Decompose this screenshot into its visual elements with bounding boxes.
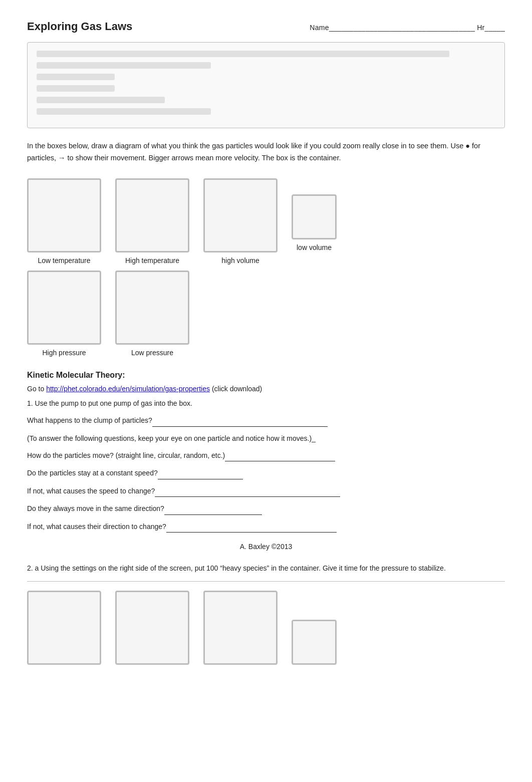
question-1a: What happens to the clump of particles? — [27, 415, 505, 426]
diagram-box-low-temp — [27, 178, 101, 252]
question-1f: Do they always move in the same directio… — [27, 503, 505, 514]
question-1d: Do the particles stay at a constant spee… — [27, 467, 505, 479]
box-item-high-vol: high volume — [203, 178, 278, 265]
diagram-box-high-vol — [203, 178, 278, 252]
box-label-low-pressure: Low pressure — [131, 349, 173, 357]
box-item-high-pressure: High pressure — [27, 271, 101, 357]
box-item-high-temp: High temperature — [115, 178, 189, 265]
bottom-diagram-box-3 — [203, 591, 278, 665]
box-item-low-temp: Low temperature — [27, 178, 101, 265]
copyright-text: A. Baxley ©2013 — [27, 543, 505, 551]
bottom-diagram-box-1 — [27, 591, 101, 665]
box-item-low-pressure: Low pressure — [115, 271, 189, 357]
kinetic-section-title: Kinetic Molecular Theory: — [27, 371, 505, 380]
diagram-boxes-row2: High pressure Low pressure — [27, 271, 505, 357]
blurred-line — [37, 97, 165, 103]
box-label-high-temp: High temperature — [125, 256, 179, 265]
bottom-box-4 — [292, 620, 337, 665]
bottom-diagram-box-2 — [115, 591, 189, 665]
answer-blank-1a — [152, 415, 328, 426]
answer-blank-1g — [166, 521, 337, 533]
bottom-box-2 — [115, 591, 189, 665]
box-label-high-vol: high volume — [221, 256, 259, 265]
question-1g: If not, what causes their direction to c… — [27, 521, 505, 533]
page-header: Exploring Gas Laws Name_________________… — [27, 20, 505, 33]
bottom-box-3 — [203, 591, 278, 665]
phet-link[interactable]: http://phet.colorado.edu/en/simulation/g… — [46, 385, 210, 393]
hr-label: Hr — [477, 24, 484, 32]
blurred-line — [37, 85, 115, 92]
go-to-line: Go to http://phet.colorado.edu/en/simula… — [27, 385, 505, 393]
diagram-boxes-row1: Low temperature High temperature high vo… — [27, 178, 505, 265]
question-1b: (To answer the following questions, keep… — [27, 433, 505, 444]
diagram-box-high-temp — [115, 178, 189, 252]
bottom-diagram-box-4 — [292, 620, 337, 665]
bottom-box-1 — [27, 591, 101, 665]
page-title: Exploring Gas Laws — [27, 20, 132, 33]
section2-text: 2. a Using the settings on the right sid… — [27, 563, 505, 574]
answer-blank-1f — [164, 503, 262, 514]
instructions-text: In the boxes below, draw a diagram of wh… — [27, 140, 505, 164]
box-label-low-temp: Low temperature — [38, 256, 90, 265]
question-1e: If not, what causes the speed to change? — [27, 485, 505, 497]
blurred-line — [37, 62, 211, 69]
blurred-line — [37, 108, 211, 115]
name-label: Name — [310, 24, 329, 32]
name-hr-line: Name____________________________________… — [310, 24, 505, 32]
box-label-low-vol: low volume — [297, 243, 332, 251]
section-divider — [27, 581, 505, 582]
go-to-suffix: (click download) — [210, 385, 262, 393]
diagram-box-low-vol — [292, 194, 337, 239]
diagram-box-low-pressure — [115, 271, 189, 345]
box-item-low-vol: low volume — [292, 194, 337, 251]
go-to-prefix: Go to — [27, 385, 46, 393]
blurred-content-box — [27, 42, 505, 128]
answer-blank-1d — [158, 467, 243, 479]
blurred-line — [37, 74, 115, 80]
answer-blank-1c — [225, 450, 335, 461]
question-1c: How do the particles move? (straight lin… — [27, 450, 505, 461]
question-1: 1. Use the pump to put one pump of gas i… — [27, 398, 505, 409]
box-label-high-pressure: High pressure — [42, 349, 86, 357]
diagram-box-high-pressure — [27, 271, 101, 345]
answer-blank-1e — [155, 485, 340, 497]
blurred-line — [37, 51, 449, 57]
bottom-boxes-row — [27, 591, 505, 665]
